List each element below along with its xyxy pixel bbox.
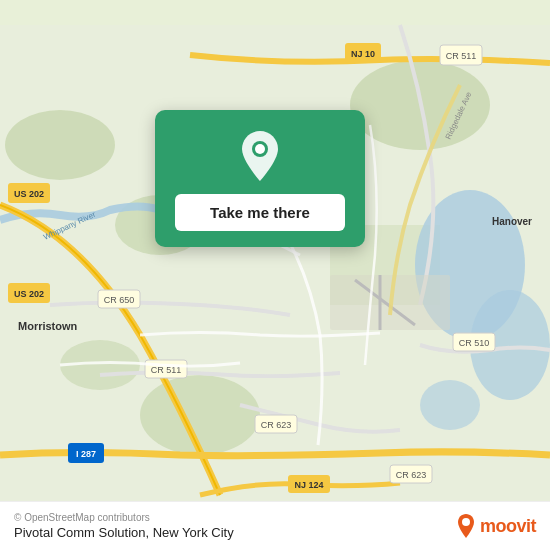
popup-card: Take me there: [155, 110, 365, 247]
svg-text:Morristown: Morristown: [18, 320, 78, 332]
svg-text:NJ 124: NJ 124: [294, 480, 323, 490]
svg-point-41: [462, 518, 470, 526]
svg-text:I 287: I 287: [76, 449, 96, 459]
svg-text:CR 623: CR 623: [261, 420, 292, 430]
svg-point-2: [5, 110, 115, 180]
svg-text:CR 650: CR 650: [104, 295, 135, 305]
moovit-logo[interactable]: moovit: [456, 513, 536, 539]
bottom-left-info: © OpenStreetMap contributors Pivotal Com…: [14, 512, 234, 540]
svg-text:CR 623: CR 623: [396, 470, 427, 480]
svg-point-9: [420, 380, 480, 430]
location-name: Pivotal Comm Solution, New York City: [14, 525, 234, 540]
bottom-bar: © OpenStreetMap contributors Pivotal Com…: [0, 501, 550, 550]
take-me-there-button[interactable]: Take me there: [175, 194, 345, 231]
svg-text:Hanover: Hanover: [492, 216, 532, 227]
svg-text:CR 511: CR 511: [446, 51, 477, 61]
moovit-brand-text: moovit: [480, 516, 536, 537]
svg-point-5: [140, 375, 260, 455]
osm-attribution: © OpenStreetMap contributors: [14, 512, 234, 523]
svg-text:NJ 10: NJ 10: [351, 49, 375, 59]
svg-text:CR 510: CR 510: [459, 338, 490, 348]
location-pin-icon: [232, 128, 288, 184]
map-container: US 202 US 202 NJ 10 CR 511 CR 650 CR 511…: [0, 0, 550, 550]
svg-text:US 202: US 202: [14, 289, 44, 299]
svg-text:US 202: US 202: [14, 189, 44, 199]
moovit-pin-icon: [456, 513, 476, 539]
svg-point-40: [255, 144, 265, 154]
map-background: US 202 US 202 NJ 10 CR 511 CR 650 CR 511…: [0, 0, 550, 550]
